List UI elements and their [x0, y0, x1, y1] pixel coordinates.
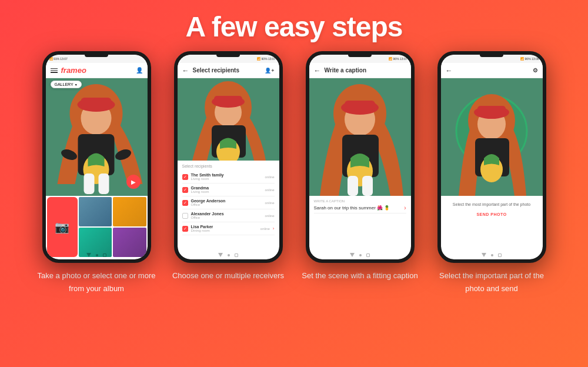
svg-rect-15 — [214, 96, 242, 104]
recipient-info-3: Alexander Jones Office — [191, 212, 262, 219]
girl-svg-3 — [309, 78, 411, 196]
phone3-frame: 📶 96% 13:07 ← Write a caption — [306, 51, 415, 263]
send-photo-button[interactable]: SEND PHOTO — [446, 212, 538, 216]
checkbox-0[interactable]: ✓ — [182, 174, 188, 180]
play-button[interactable]: ▶ — [126, 175, 141, 189]
phone1-caption: Take a photo or select one or more from … — [35, 269, 158, 294]
recipients-list: Select recipients ✓ The Smith family Liv… — [178, 161, 279, 239]
screen-title-3: Write a caption — [325, 67, 406, 74]
svg-rect-26 — [362, 176, 373, 196]
phone3-caption: Set the scene with a fitting caption — [298, 269, 422, 282]
gallery-button[interactable]: GALLERY ▼ — [51, 81, 82, 88]
phone4-photo — [441, 78, 543, 196]
phone3-nav — [350, 253, 370, 257]
recipient-4[interactable]: ✓ Lisa Parker Dining room online › — [182, 222, 275, 235]
back-nav-2 — [218, 253, 223, 257]
phone1-frame: 📶 91% 13:07 frameo 👤 GALLERY ▼ — [42, 51, 151, 263]
recipients-photo — [178, 78, 279, 161]
send-arrow-icon[interactable]: › — [404, 205, 406, 211]
home-nav-4 — [491, 254, 493, 256]
frameo-logo: frameo — [61, 66, 136, 75]
svg-rect-4 — [81, 98, 112, 107]
recipient-info-0: The Smith family Living room — [191, 173, 262, 181]
phone1-wrapper: 📶 91% 13:07 frameo 👤 GALLERY ▼ — [35, 51, 158, 294]
phone2-nav — [218, 253, 238, 257]
home-nav-2 — [228, 254, 230, 256]
checkbox-1[interactable]: ✓ — [182, 187, 188, 193]
svg-rect-22 — [345, 101, 375, 110]
back-arrow-icon-4[interactable]: ← — [446, 66, 453, 75]
checkbox-4[interactable]: ✓ — [182, 226, 188, 232]
phone4-wrapper: 📶 96% 13:08 ← ⚙ — [430, 51, 553, 294]
girl-svg-2 — [178, 78, 279, 161]
home-nav-3 — [359, 254, 362, 256]
recipient-0[interactable]: ✓ The Smith family Living room online — [182, 171, 275, 184]
svg-rect-10 — [99, 174, 109, 194]
recipient-info-4: Lisa Parker Dining room — [191, 225, 258, 232]
checkbox-3[interactable] — [182, 213, 188, 219]
svg-rect-25 — [348, 176, 358, 196]
recents-nav-4 — [498, 253, 502, 257]
list-title: Select recipients — [182, 164, 275, 168]
svg-rect-9 — [84, 174, 95, 194]
chevron-down-icon: ▼ — [75, 83, 78, 86]
select-info-text: Select the most important part of the ph… — [446, 202, 538, 208]
add-person-icon: 👤+ — [265, 68, 274, 74]
recents-nav-3 — [366, 253, 370, 257]
caption-input-row: Sarah on our trip this summer 🌺 🍍 › — [314, 205, 406, 213]
gallery-label: GALLERY — [55, 82, 74, 86]
screen-title-2: Select recipients — [193, 67, 262, 74]
phone3-screen: 📶 96% 13:07 ← Write a caption — [309, 55, 411, 259]
phone3-wrapper: 📶 96% 13:07 ← Write a caption — [298, 51, 422, 282]
phone4-frame: 📶 96% 13:08 ← ⚙ — [437, 51, 546, 263]
bottom-section-1: 📷 — [46, 197, 148, 257]
phone4-header: ← ⚙ — [441, 63, 543, 78]
settings-icon[interactable]: ⚙ — [533, 67, 538, 74]
back-nav-3 — [350, 253, 355, 257]
recipient-3[interactable]: Alexander Jones Office online — [182, 209, 275, 222]
select-info: Select the most important part of the ph… — [441, 196, 543, 227]
phone2-frame: 📶 90% 13:07 ← Select recipients 👤+ — [174, 51, 283, 263]
recipient-2[interactable]: ✓ George Anderson Office online — [182, 196, 275, 209]
grid-photo-2 — [113, 197, 146, 226]
girl-svg-4 — [441, 78, 543, 196]
phone4-caption: Select the important part of the photo a… — [430, 269, 553, 294]
recents-nav — [103, 253, 106, 257]
recipient-info-2: George Anderson Office — [191, 199, 262, 206]
home-nav — [96, 254, 98, 256]
phones-row: 📶 91% 13:07 frameo 👤 GALLERY ▼ — [0, 51, 588, 294]
grid-photo-1 — [79, 197, 112, 226]
arrow-right-icon: › — [273, 226, 275, 231]
recipient-1[interactable]: ✓ Grandma Living room online — [182, 184, 275, 196]
caption-input-text[interactable]: Sarah on our trip this summer 🌺 🍍 — [314, 205, 403, 211]
phone1-nav — [86, 253, 106, 257]
write-caption-label: WRITE A CAPTION — [314, 199, 406, 203]
hamburger-icon — [51, 68, 58, 73]
svg-rect-32 — [477, 106, 506, 114]
caption-photo — [309, 78, 411, 196]
play-icon: ▶ — [131, 179, 136, 185]
page-title: A few easy steps — [0, 0, 588, 51]
phone1-screen: 📶 91% 13:07 frameo 👤 GALLERY ▼ — [46, 55, 148, 259]
camera-button[interactable]: 📷 — [47, 197, 78, 257]
back-nav — [86, 253, 91, 257]
checkbox-2[interactable]: ✓ — [182, 200, 188, 206]
back-nav-4 — [482, 253, 486, 257]
grid-photo-4 — [113, 228, 146, 257]
phone1-header: frameo 👤 — [46, 63, 148, 78]
photo-grid — [79, 197, 146, 257]
back-arrow-icon-3[interactable]: ← — [314, 66, 321, 75]
phone2-header: ← Select recipients 👤+ — [178, 63, 279, 78]
main-photo-1: ▶ — [46, 78, 148, 196]
phone2-screen: 📶 90% 13:07 ← Select recipients 👤+ — [178, 55, 279, 259]
phone2-wrapper: 📶 90% 13:07 ← Select recipients 👤+ — [166, 51, 290, 282]
person-add-icon: 👤 — [136, 67, 143, 74]
caption-area: WRITE A CAPTION Sarah on our trip this s… — [309, 196, 411, 217]
phone4-screen: 📶 96% 13:08 ← ⚙ — [441, 55, 543, 259]
phone4-nav — [482, 253, 502, 257]
back-arrow-icon[interactable]: ← — [182, 66, 189, 75]
phone2-caption: Choose one or multiple receivers — [166, 269, 290, 282]
recents-nav-2 — [235, 253, 238, 257]
phone3-header: ← Write a caption — [309, 63, 411, 78]
camera-icon: 📷 — [55, 220, 69, 234]
